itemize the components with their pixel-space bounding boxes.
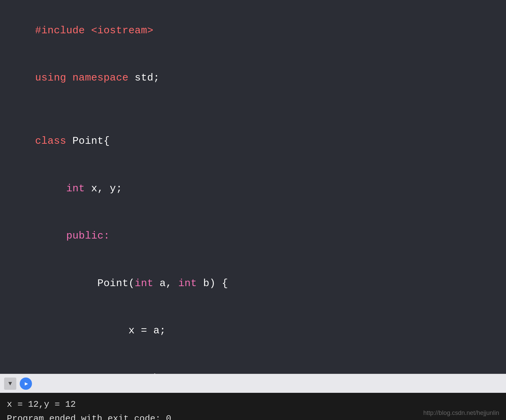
code-line-1: #include <iostream> [10,7,496,54]
assign-x: x = a; [129,325,166,336]
int-keyword-7b: int [178,278,203,289]
class-keyword: class [35,135,72,147]
indent-7 [35,278,97,289]
code-line-5: int x, y; [10,165,496,212]
indent-9 [35,372,129,374]
watermark: http://blog.csdn.net/hejjunlin [423,409,499,417]
toolbar: ▼ ▶ [0,374,506,393]
param-b: b) { [203,278,228,289]
code-line-2: using namespace std; [10,54,496,102]
int-keyword-5: int [66,183,91,194]
std-text: std; [135,72,159,84]
vars-5: x, y; [91,183,122,194]
editor-container: #include <iostream> using namespace std;… [0,0,506,374]
chevron-down-icon: ▼ [9,380,12,387]
class-name: Point{ [72,135,110,147]
param-a: a, [159,278,178,289]
code-line-6: public: [10,212,496,260]
code-line-7: Point(int a, int b) { [10,260,496,307]
int-keyword-7a: int [135,278,159,289]
code-line-9: y = b; [10,354,496,374]
play-button[interactable]: ▶ [20,378,32,390]
indent-5 [35,183,66,194]
indent-8 [35,325,129,336]
indent-6 [35,230,66,242]
using-keyword: using namespace [35,72,135,84]
play-icon: ▶ [25,380,28,387]
code-line-8: x = a; [10,307,496,355]
code-line-4: class Point{ [10,118,496,165]
include-keyword: #include [35,25,91,36]
dropdown-button[interactable]: ▼ [4,378,16,390]
assign-y: y = b; [129,372,166,374]
point-constructor: Point( [97,278,135,289]
code-line-3 [10,102,496,118]
public-keyword: public: [66,230,110,242]
include-lib: <iostream> [91,25,153,36]
